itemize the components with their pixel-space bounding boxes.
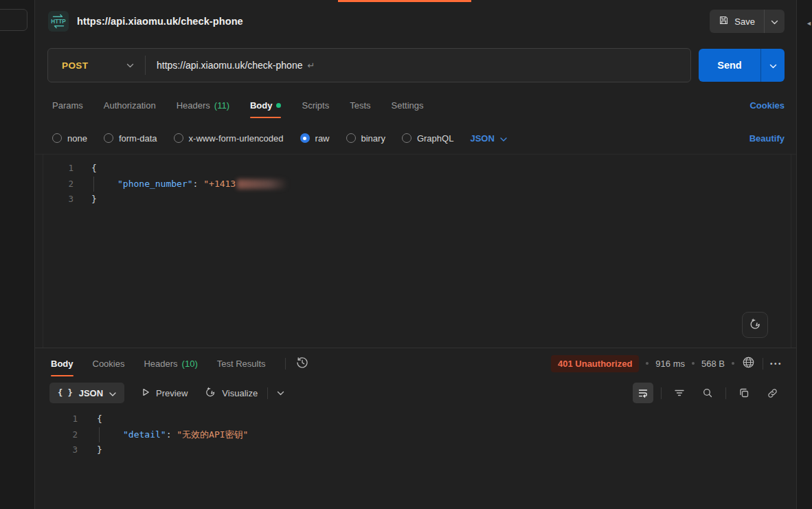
radio-icon: [174, 133, 183, 143]
radio-icon: [346, 133, 356, 143]
language-selector[interactable]: JSON: [470, 133, 506, 144]
url-value: https://api.xiaomu.uk/check-phone: [157, 60, 302, 71]
status-badge[interactable]: 401 Unauthorized: [551, 355, 639, 372]
tab-label: Body: [250, 100, 273, 111]
response-size[interactable]: 568 B: [701, 359, 725, 369]
body-type-form-data[interactable]: form-data: [104, 133, 157, 144]
tab-authorization[interactable]: Authorization: [104, 88, 156, 122]
radio-selected-icon: [300, 133, 310, 143]
tab-label: Scripts: [302, 100, 329, 111]
braces-icon: { }: [58, 388, 73, 398]
format-options-chevron[interactable]: [277, 391, 284, 396]
tab-scripts[interactable]: Scripts: [302, 88, 329, 122]
send-button[interactable]: Send: [699, 49, 760, 82]
url-input[interactable]: https://api.xiaomu.uk/check-phone↵: [146, 60, 315, 71]
copy-icon[interactable]: [734, 383, 754, 403]
response-body-editor[interactable]: 1 { 2 "detail": "无效的API密钥" 3 }: [35, 407, 796, 509]
send-options-button[interactable]: [760, 49, 785, 82]
indent-guide: [93, 177, 117, 192]
request-body-editor[interactable]: 1 { 2 "phone_number": "+1413 3 }: [43, 155, 791, 348]
code-line: 3 }: [43, 192, 791, 207]
request-title: https://api.xiaomu.uk/check-phone: [77, 16, 243, 27]
response-history-button[interactable]: [295, 356, 309, 372]
separator-dot: [732, 362, 734, 365]
code-text: {: [78, 411, 102, 427]
code-text: "phone_number": "+1413: [74, 177, 288, 192]
search-icon[interactable]: [697, 383, 718, 403]
response-tab-cookies[interactable]: Cookies: [93, 348, 125, 378]
divider: [763, 358, 763, 370]
visualize-button[interactable]: Visualize: [204, 386, 258, 400]
request-url-row: POST https://api.xiaomu.uk/check-phone↵ …: [35, 43, 796, 88]
app-window: HTTP https://api.xiaomu.uk/check-phone S…: [0, 0, 812, 509]
chevron-down-icon: [771, 16, 778, 27]
code-text: {: [74, 161, 97, 177]
radio-label: x-www-form-urlencoded: [189, 133, 284, 144]
main-panel: HTTP https://api.xiaomu.uk/check-phone S…: [35, 0, 796, 509]
url-input-container: POST https://api.xiaomu.uk/check-phone↵: [47, 48, 691, 82]
radio-icon: [52, 133, 62, 143]
network-globe-icon[interactable]: [741, 355, 756, 372]
save-button-label: Save: [734, 16, 755, 27]
beautify-link[interactable]: Beautify: [749, 133, 785, 144]
body-type-raw[interactable]: raw: [300, 133, 330, 144]
divider: [661, 387, 662, 399]
line-number: 2: [43, 177, 74, 192]
request-header: HTTP https://api.xiaomu.uk/check-phone S…: [35, 0, 796, 43]
redacted-phone-number: [237, 179, 288, 189]
tab-label: Cookies: [93, 359, 125, 369]
postbot-sparkle-icon: [748, 317, 762, 333]
filter-icon[interactable]: [669, 383, 690, 403]
preview-button[interactable]: Preview: [141, 387, 188, 399]
collapsed-panel-arrow-icon[interactable]: ◄: [806, 20, 812, 27]
radio-label: raw: [315, 133, 330, 144]
response-tab-headers[interactable]: Headers(10): [144, 348, 197, 378]
tab-label: Test Results: [217, 359, 266, 369]
svg-text:HTTP: HTTP: [51, 19, 66, 25]
tab-label: Headers: [144, 359, 177, 369]
more-options-icon[interactable]: •••: [770, 360, 782, 367]
history-clock-icon: [295, 356, 309, 372]
response-editor-actions: [633, 383, 782, 403]
body-type-urlencoded[interactable]: x-www-form-urlencoded: [174, 133, 284, 144]
chevron-down-icon: [109, 388, 116, 398]
visualize-label: Visualize: [222, 388, 258, 398]
body-type-binary[interactable]: binary: [346, 133, 385, 144]
link-icon[interactable]: [762, 383, 782, 403]
save-split-button: Save: [710, 10, 785, 33]
play-triangle-icon: [141, 387, 150, 399]
save-options-button[interactable]: [764, 10, 785, 33]
divider: [285, 358, 286, 370]
tab-label: Settings: [392, 100, 424, 111]
tab-settings[interactable]: Settings: [392, 88, 424, 122]
response-tabs: Body Cookies Headers(10) Test Results: [35, 348, 796, 378]
send-split-button: Send: [699, 49, 785, 82]
tab-tests[interactable]: Tests: [350, 88, 370, 122]
body-type-graphql[interactable]: GraphQL: [402, 133, 453, 144]
response-tab-body[interactable]: Body: [51, 348, 74, 378]
tab-headers[interactable]: Headers(11): [177, 88, 229, 122]
save-button[interactable]: Save: [710, 10, 764, 33]
save-icon: [719, 15, 729, 27]
headers-count: (10): [182, 359, 198, 369]
response-tab-test-results[interactable]: Test Results: [217, 348, 266, 378]
cookies-link[interactable]: Cookies: [749, 100, 785, 111]
response-format-selector[interactable]: { } JSON: [49, 383, 124, 403]
wrap-text-button[interactable]: [633, 383, 653, 403]
body-type-none[interactable]: none: [52, 133, 87, 144]
language-label: JSON: [470, 133, 494, 144]
chevron-down-icon: [500, 133, 507, 144]
tab-params[interactable]: Params: [52, 88, 83, 122]
collapsed-sidebar-item[interactable]: [0, 9, 27, 31]
response-time[interactable]: 916 ms: [655, 359, 685, 369]
format-label: JSON: [79, 388, 103, 398]
radio-icon: [104, 133, 113, 143]
request-tabs: Params Authorization Headers(11) Body Sc…: [35, 88, 796, 122]
code-line: 1 {: [35, 411, 796, 427]
method-selector[interactable]: POST: [48, 60, 145, 71]
tab-body[interactable]: Body: [250, 88, 282, 122]
postbot-button[interactable]: [742, 312, 768, 338]
divider: [725, 387, 726, 399]
code-text: }: [78, 442, 102, 458]
code-text: "detail": "无效的API密钥": [78, 427, 248, 443]
